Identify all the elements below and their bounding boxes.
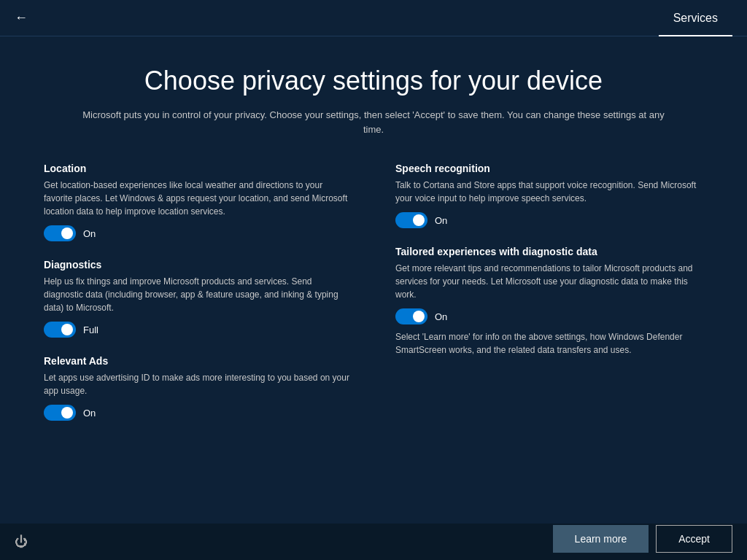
left-column: Location Get location-based experiences …: [44, 163, 352, 438]
speech-recognition-toggle-row: On: [395, 212, 703, 228]
tailored-experiences-toggle[interactable]: [395, 308, 427, 324]
location-setting: Location Get location-based experiences …: [44, 163, 352, 241]
page-title: Choose privacy settings for your device: [44, 66, 703, 96]
location-toggle-row: On: [44, 225, 352, 241]
speech-recognition-toggle-label: On: [435, 215, 447, 226]
services-tab-container: Services: [659, 0, 732, 36]
location-title: Location: [44, 163, 352, 174]
relevant-ads-toggle[interactable]: [44, 405, 76, 421]
relevant-ads-toggle-row: On: [44, 405, 352, 421]
main-content: Choose privacy settings for your device …: [0, 36, 747, 524]
diagnostics-desc: Help us fix things and improve Microsoft…: [44, 275, 352, 314]
speech-recognition-desc: Talk to Cortana and Store apps that supp…: [395, 179, 703, 205]
power-icon[interactable]: ⏻: [15, 534, 28, 550]
location-toggle[interactable]: [44, 225, 76, 241]
diagnostics-title: Diagnostics: [44, 259, 352, 271]
location-toggle-label: On: [83, 228, 96, 239]
right-column: Speech recognition Talk to Cortana and S…: [395, 163, 703, 438]
tailored-experiences-toggle-label: On: [435, 311, 447, 322]
back-arrow-icon: ←: [15, 10, 28, 26]
speech-recognition-title: Speech recognition: [395, 163, 703, 174]
relevant-ads-toggle-label: On: [83, 408, 96, 419]
learn-more-button[interactable]: Learn more: [553, 525, 649, 553]
speech-recognition-setting: Speech recognition Talk to Cortana and S…: [395, 163, 703, 228]
tailored-experiences-toggle-row: On: [395, 308, 703, 324]
bottom-bar: ⏻ Learn more Accept: [0, 524, 747, 560]
back-button[interactable]: ←: [15, 10, 28, 26]
button-group: Learn more Accept: [553, 525, 732, 553]
diagnostics-setting: Diagnostics Help us fix things and impro…: [44, 259, 352, 338]
diagnostics-toggle[interactable]: [44, 322, 76, 338]
tailored-experiences-title: Tailored experiences with diagnostic dat…: [395, 246, 703, 257]
tailored-experiences-setting: Tailored experiences with diagnostic dat…: [395, 246, 703, 357]
relevant-ads-setting: Relevant Ads Let apps use advertising ID…: [44, 355, 352, 421]
tailored-experiences-desc: Get more relevant tips and recommendatio…: [395, 262, 703, 301]
speech-recognition-toggle[interactable]: [395, 212, 427, 228]
services-tab-label: Services: [673, 12, 718, 25]
diagnostics-toggle-label: Full: [83, 324, 98, 335]
page-subtitle: Microsoft puts you in control of your pr…: [82, 108, 665, 136]
tailored-experiences-extra-info: Select 'Learn more' for info on the abov…: [395, 330, 703, 357]
relevant-ads-title: Relevant Ads: [44, 355, 352, 367]
relevant-ads-desc: Let apps use advertising ID to make ads …: [44, 371, 352, 397]
diagnostics-toggle-row: Full: [44, 322, 352, 338]
settings-grid: Location Get location-based experiences …: [44, 163, 703, 438]
location-desc: Get location-based experiences like loca…: [44, 179, 352, 218]
top-bar: ← Services: [0, 0, 747, 36]
accept-button[interactable]: Accept: [656, 525, 732, 553]
services-tab[interactable]: Services: [659, 0, 732, 36]
